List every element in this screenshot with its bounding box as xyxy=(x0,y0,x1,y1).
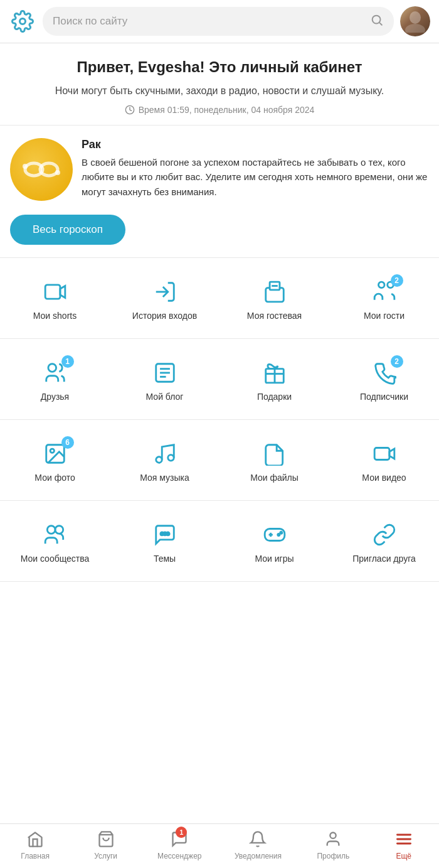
grid-label-themes: Темы xyxy=(154,554,176,564)
svg-rect-23 xyxy=(374,448,389,460)
svg-point-13 xyxy=(48,364,56,372)
music-icon xyxy=(151,440,179,468)
grid-item-my-music[interactable]: Моя музыка xyxy=(110,432,220,488)
nav-messenger[interactable]: 1 Мессенджер xyxy=(157,829,201,860)
menu-grid: Мои shortsИстория входовМоя гостевая2Мои… xyxy=(0,258,439,582)
nav-profile-label: Профиль xyxy=(317,852,349,860)
grid-item-my-photos[interactable]: 6Мои фото xyxy=(0,432,110,488)
grid-item-my-shorts[interactable]: Мои shorts xyxy=(0,271,110,326)
avatar[interactable] xyxy=(400,6,430,36)
grid-label-subscribers: Подписчики xyxy=(360,392,408,402)
svg-point-2 xyxy=(410,11,421,24)
grid-label-friends: Друзья xyxy=(41,392,69,402)
nav-more-label: Ещё xyxy=(396,852,411,860)
nav-home-label: Главная xyxy=(21,852,50,860)
grid-label-gifts: Подарки xyxy=(257,392,292,402)
welcome-subtitle: Ночи могут быть скучными, заходи в радио… xyxy=(13,83,426,99)
horoscope-text: Рак В своей бешеной погоне за успехом по… xyxy=(82,138,429,201)
avatar-silhouette xyxy=(405,10,425,33)
grid-item-communities[interactable]: Мои сообщества xyxy=(0,513,110,569)
grid-item-themes[interactable]: Темы xyxy=(110,513,220,569)
games-icon xyxy=(261,521,288,549)
gear-button[interactable] xyxy=(9,8,36,35)
nav-services-label: Услуги xyxy=(94,852,117,860)
subscribers-icon: 2 xyxy=(371,359,398,387)
grid-item-my-blog[interactable]: Мой блог xyxy=(110,351,220,407)
horoscope-description: В своей бешеной погоне за успехом постар… xyxy=(82,155,429,199)
cancer-symbol xyxy=(16,147,66,191)
nav-home[interactable]: Главная xyxy=(16,829,54,860)
grid-item-my-guests[interactable]: 2Мои гости xyxy=(329,271,439,326)
svg-point-3 xyxy=(405,24,425,33)
grid-item-my-files[interactable]: Мои файлы xyxy=(220,432,329,488)
grid-label-my-games: Мои игры xyxy=(255,554,294,564)
svg-point-31 xyxy=(280,532,282,533)
grid-item-login-history[interactable]: История входов xyxy=(110,271,220,326)
photos-icon: 6 xyxy=(41,440,69,468)
svg-rect-9 xyxy=(45,285,60,299)
files-icon xyxy=(261,440,288,468)
grid-label-my-shorts: Мои shorts xyxy=(33,311,77,321)
themes-icon xyxy=(151,521,179,549)
guests-icon: 2 xyxy=(371,278,398,306)
more-icon xyxy=(394,829,414,849)
svg-point-28 xyxy=(166,532,169,535)
grid-item-my-games[interactable]: Мои игры xyxy=(220,513,329,569)
login-icon xyxy=(151,278,179,306)
grid-section-0: Мои shortsИстория входовМоя гостевая2Мои… xyxy=(0,258,439,339)
svg-point-8 xyxy=(55,170,60,175)
grid-section-3: Мои сообществаТемыМои игрыПригласи друга xyxy=(0,501,439,582)
nav-services[interactable]: Услуги xyxy=(87,829,125,860)
video-icon xyxy=(371,440,398,468)
horoscope-zodiac-icon xyxy=(10,138,73,201)
home-icon xyxy=(25,829,45,849)
svg-point-21 xyxy=(156,457,162,463)
welcome-section: Привет, Evgesha! Это личный кабинет Ночи… xyxy=(0,43,439,126)
grid-label-my-guests: Мои гости xyxy=(364,311,405,321)
gear-icon xyxy=(11,10,34,33)
welcome-title: Привет, Evgesha! Это личный кабинет xyxy=(13,58,426,76)
grid-item-invite-friend[interactable]: Пригласи друга xyxy=(329,513,439,569)
grid-item-subscribers[interactable]: 2Подписчики xyxy=(329,351,439,407)
nav-messenger-label: Мессенджер xyxy=(157,852,201,860)
grid-label-my-blog: Мой блог xyxy=(146,392,184,402)
search-placeholder: Поиск по сайту xyxy=(53,15,365,28)
blog-icon xyxy=(151,359,179,387)
horoscope-sign: Рак xyxy=(82,138,429,151)
svg-point-33 xyxy=(331,833,336,839)
nav-more[interactable]: Ещё xyxy=(385,829,423,860)
horoscope-content: Рак В своей бешеной погоне за успехом по… xyxy=(10,138,429,201)
grid-label-my-files: Мои файлы xyxy=(250,473,299,483)
svg-point-0 xyxy=(20,19,26,24)
grid-item-friends[interactable]: 1Друзья xyxy=(0,351,110,407)
grid-label-invite-friend: Пригласи друга xyxy=(352,554,416,564)
nav-profile[interactable]: Профиль xyxy=(314,829,352,860)
friends-icon: 1 xyxy=(41,359,69,387)
guestbook-icon xyxy=(261,278,288,306)
nav-notifications-label: Уведомления xyxy=(235,852,282,860)
svg-point-30 xyxy=(277,533,279,535)
grid-label-communities: Мои сообщества xyxy=(21,554,90,564)
badge-subscribers: 2 xyxy=(391,355,403,368)
grid-item-my-guestbook[interactable]: Моя гостевая xyxy=(220,271,329,326)
grid-section-2: 6Мои фотоМоя музыкаМои файлыМои видео xyxy=(0,420,439,501)
grid-item-gifts[interactable]: Подарки xyxy=(220,351,329,407)
bottom-nav: Главная Услуги 1 Мессенджер Уведомлени xyxy=(0,823,439,868)
grid-label-my-photos: Мои фото xyxy=(34,473,75,483)
grid-label-login-history: История входов xyxy=(132,311,197,321)
svg-rect-29 xyxy=(265,529,285,541)
grid-section-1: 1ДрузьяМой блогПодарки2Подписчики xyxy=(0,339,439,420)
search-bar[interactable]: Поиск по сайту xyxy=(43,7,394,36)
svg-point-22 xyxy=(167,455,174,461)
gifts-icon xyxy=(261,359,288,387)
communities-icon xyxy=(41,521,69,549)
search-icon xyxy=(370,13,384,29)
badge-friends: 1 xyxy=(61,355,74,368)
nav-notifications[interactable]: Уведомления xyxy=(235,829,282,860)
welcome-time: Время 01:59, понедельник, 04 ноября 2024 xyxy=(13,105,426,115)
grid-item-my-video[interactable]: Мои видео xyxy=(329,432,439,488)
svg-point-24 xyxy=(47,526,55,534)
badge-my-photos: 6 xyxy=(61,436,74,449)
svg-point-20 xyxy=(50,449,54,453)
horoscope-button[interactable]: Весь гороскоп xyxy=(10,215,125,245)
